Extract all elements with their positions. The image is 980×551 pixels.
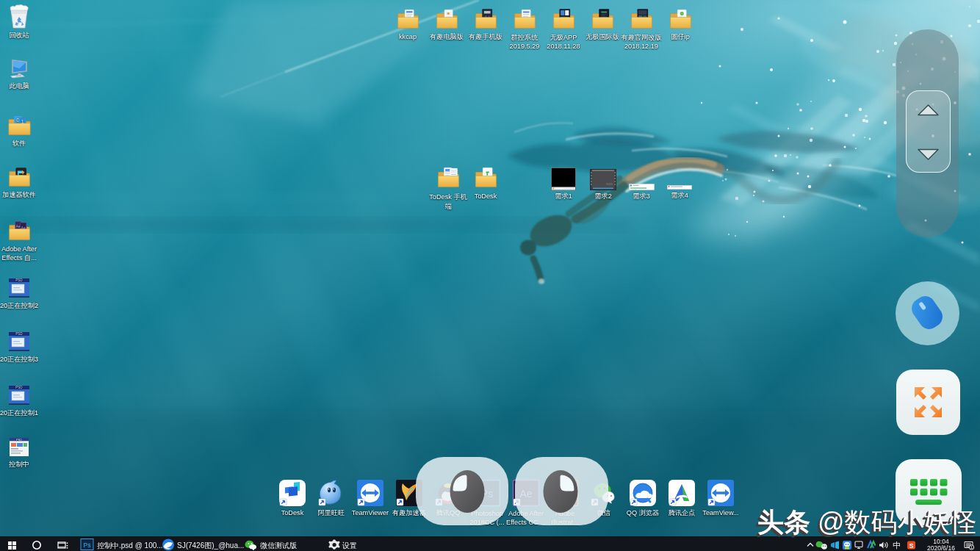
svg-text:设置: 设置 xyxy=(342,541,357,550)
svg-text:PSD: PSD xyxy=(15,278,23,282)
svg-text:SJ(7426图)_@hua...: SJ(7426图)_@hua... xyxy=(177,541,244,550)
svg-text:PSD: PSD xyxy=(16,438,22,442)
svg-text:中: 中 xyxy=(893,541,901,550)
svg-text:Ae: Ae xyxy=(15,224,20,228)
svg-text:控制中.psd @ 100...: 控制中.psd @ 100... xyxy=(97,541,163,550)
svg-text:PSD: PSD xyxy=(15,386,23,389)
svg-text:2020/6/16: 2020/6/16 xyxy=(927,544,955,551)
svg-text:PSD: PSD xyxy=(15,332,23,336)
svg-text:微信测试版: 微信测试版 xyxy=(260,541,297,550)
svg-text:Ps: Ps xyxy=(84,541,91,549)
svg-text:S: S xyxy=(909,542,913,550)
